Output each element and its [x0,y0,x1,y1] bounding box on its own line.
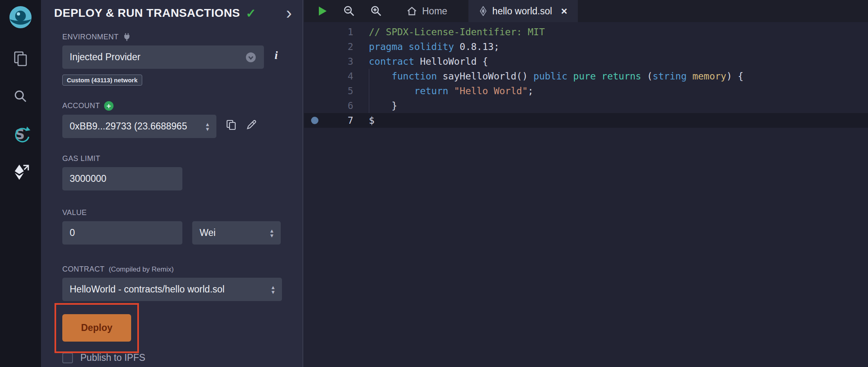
line-number[interactable]: 1 [325,27,353,37]
environment-label: ENVIRONMENT [62,33,118,41]
code-line[interactable]: // SPDX-License-Identifier: MIT [353,25,868,39]
contract-select[interactable]: HelloWorld - contracts/hello world.sol ▴… [62,278,282,301]
solidity-compiler-icon[interactable]: S [10,125,31,144]
value-input[interactable] [62,221,182,245]
code-line[interactable]: return "Hello World"; [353,84,868,98]
zoom-out-icon[interactable] [343,5,355,17]
deploy-run-icon[interactable] [10,162,31,182]
account-group: ACCOUNT + 0xBB9...29733 (23.6688965 ▴▾ [62,101,286,138]
account-selected: 0xBB9...29733 (23.6688965 [70,121,187,132]
tab-hello-world-sol[interactable]: hello world.sol × [468,0,578,22]
network-badge: Custom (43113) network [62,75,142,86]
check-icon: ✓ [246,6,256,20]
close-tab-icon[interactable]: × [561,5,567,18]
deploy-run-panel: DEPLOY & RUN TRANSACTIONS ✓ › ENVIRONMEN… [41,0,303,367]
code-line[interactable]: $ [353,113,868,128]
editor-region: Home hello world.sol × 1// SPDX-License-… [304,0,868,367]
account-label: ACCOUNT [62,102,100,110]
run-script-icon[interactable] [316,5,328,17]
contract-stepper-icon[interactable]: ▴▾ [267,285,275,295]
code-line[interactable]: function sayHelloWorld() public pure ret… [353,69,868,84]
account-stepper-icon[interactable]: ▴▾ [202,122,209,131]
search-icon[interactable] [10,87,31,106]
line-number[interactable]: 3 [325,56,353,67]
gas-limit-group: GAS LIMIT [62,154,286,190]
code-line[interactable]: } [353,98,868,113]
breakpoint-gutter[interactable] [304,117,325,124]
contract-label: CONTRACT [62,265,105,274]
publish-ipfs-checkbox[interactable] [62,353,73,363]
line-number[interactable]: 7 [325,115,353,126]
tab-home[interactable]: Home [396,0,458,22]
tab-home-label: Home [422,6,447,17]
info-icon[interactable]: i [275,49,278,62]
line-number[interactable]: 6 [325,100,353,111]
activity-bar: S [0,0,41,367]
remix-logo-icon[interactable] [7,5,34,31]
chevron-right-icon[interactable]: › [286,7,292,19]
tab-hello-world-label: hello world.sol [492,6,552,17]
gas-limit-label: GAS LIMIT [62,154,100,163]
publish-ipfs-label: Publish to IPFS [80,352,145,363]
environment-selected: Injected Provider [70,52,141,63]
code-line-row[interactable]: 1// SPDX-License-Identifier: MIT [304,25,868,39]
code-line[interactable]: pragma solidity 0.8.13; [353,39,868,54]
code-editor[interactable]: 1// SPDX-License-Identifier: MIT2pragma … [304,22,868,128]
contract-selected: HelloWorld - contracts/hello world.sol [70,284,225,295]
file-explorer-icon[interactable] [10,49,31,69]
zoom-in-icon[interactable] [370,5,382,17]
copy-icon[interactable] [225,119,237,130]
value-group: VALUE Wei ▴▾ [62,208,286,245]
home-icon [407,6,417,16]
code-line[interactable]: contract HelloWorld { [353,54,868,69]
contract-sublabel: (Compiled by Remix) [109,265,174,274]
breakpoint-dot[interactable] [311,117,318,124]
panel-header: DEPLOY & RUN TRANSACTIONS ✓ › [41,0,302,20]
deploy-button[interactable]: Deploy [62,314,131,342]
account-select[interactable]: 0xBB9...29733 (23.6688965 ▴▾ [62,115,216,138]
edit-pencil-icon[interactable] [246,119,257,130]
provider-status-icon[interactable] [245,52,257,63]
value-label: VALUE [62,208,87,217]
code-rows: 1// SPDX-License-Identifier: MIT2pragma … [304,25,868,128]
publish-row: Publish to IPFS [62,352,302,363]
line-number[interactable]: 5 [325,86,353,96]
line-number[interactable]: 4 [325,71,353,82]
code-line-row[interactable]: 4 function sayHelloWorld() public pure r… [304,69,868,84]
environment-group: ENVIRONMENT Injected Provider [62,33,286,86]
add-account-icon[interactable]: + [104,101,114,111]
code-line-row[interactable]: 3contract HelloWorld { [304,54,868,69]
code-line-row[interactable]: 6 } [304,98,868,113]
plug-icon [123,33,131,41]
editor-topbar: Home hello world.sol × [304,0,868,22]
code-line-row[interactable]: 2pragma solidity 0.8.13; [304,39,868,54]
value-unit-selected: Wei [200,227,216,238]
line-number[interactable]: 2 [325,41,353,52]
code-line-row[interactable]: 5 return "Hello World"; [304,84,868,98]
environment-select[interactable]: Injected Provider [62,45,264,69]
gas-limit-input[interactable] [62,167,182,190]
value-unit-select[interactable]: Wei ▴▾ [192,221,281,245]
solidity-file-icon [479,6,487,16]
panel-title: DEPLOY & RUN TRANSACTIONS [54,6,240,20]
code-line-row[interactable]: 7$ [304,113,868,128]
remix-ide-screen: S DEPLOY & RUN TRANSACTIONS ✓ › ENVIRONM… [0,0,868,367]
contract-group: CONTRACT (Compiled by Remix) HelloWorld … [62,265,286,301]
unit-stepper-icon[interactable]: ▴▾ [266,228,273,238]
